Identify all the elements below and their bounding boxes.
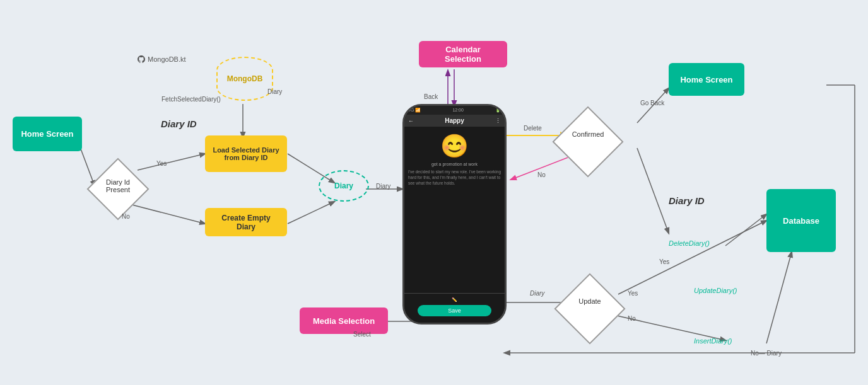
phone-content: 😊 got a promotion at work I've decided t…	[404, 127, 505, 293]
phone-header: ← Happy ⋮	[404, 115, 505, 127]
no2-label: No	[537, 171, 546, 178]
fetch-selected-diary-label: FetchSelectedDiary()	[161, 96, 221, 103]
phone-footer: ✏️ Save	[404, 293, 505, 323]
no-diary-label: No— Diary	[751, 350, 782, 357]
media-selection-node: Media Selection	[300, 307, 388, 334]
diary-id-label-right: Diary ID	[669, 195, 705, 206]
svg-line-5	[288, 202, 334, 224]
calendar-selection-node: Calendar Selection	[419, 41, 507, 67]
select-label: Select	[353, 331, 371, 338]
home-screen-right-node: Home Screen	[669, 63, 744, 96]
create-empty-diary-node: Create Empty Diary	[205, 208, 287, 236]
svg-line-18	[766, 252, 792, 343]
mongodb-kt-label: MongoDB.kt	[138, 55, 186, 63]
svg-line-15	[725, 214, 766, 246]
flow-diagram: MongoDB.kt MongoDB Home Screen Diary Id …	[0, 0, 868, 385]
update-container: Update	[565, 284, 615, 334]
diary-id-present-container: Diary Id Present	[96, 167, 140, 211]
load-selected-diary-node: Load Selected Diary from Diary ID	[205, 135, 287, 172]
back-label: Back	[424, 93, 438, 100]
update-diary-label: UpdateDiary()	[694, 287, 737, 294]
database-node: Database	[766, 189, 836, 252]
yes1-label: Yes	[156, 160, 167, 167]
home-screen-left-node: Home Screen	[13, 117, 82, 151]
phone-mockup: 4G 📶12:00🔋 ← Happy ⋮ 😊 got a promotion a…	[402, 104, 507, 325]
diary1-label: Diary	[267, 88, 282, 95]
no3-label: No	[628, 315, 636, 322]
go-back-label: Go Back	[640, 100, 664, 106]
diary-update-label: Diary	[530, 290, 544, 297]
yes2-label: Yes	[659, 258, 669, 265]
diary2-label: Diary	[376, 183, 390, 190]
delete-diary-label: DeleteDiary()	[669, 239, 710, 247]
no1-label: No	[122, 213, 130, 220]
svg-line-17	[606, 313, 725, 340]
confirmed-label: Confirmed	[566, 130, 610, 138]
diary-oval-node: Diary	[319, 170, 369, 202]
diary-id-present-label: Diary Id Present	[97, 178, 139, 193]
confirmed-container: Confirmed	[563, 117, 613, 167]
svg-line-16	[618, 221, 766, 294]
svg-line-1	[138, 154, 205, 170]
update-diamond	[554, 273, 625, 344]
update-label: Update	[571, 297, 609, 305]
diary-id-label-left: Diary ID	[161, 118, 197, 129]
insert-diary-label: InsertDiary()	[694, 337, 732, 345]
phone-emoji: 😊	[408, 133, 501, 159]
confirmed-diamond	[552, 106, 623, 177]
phone-topbar: 4G 📶12:00🔋	[404, 106, 505, 115]
svg-line-14	[637, 148, 669, 233]
delete-label: Delete	[524, 125, 542, 132]
mongodb-node: MongoDB	[216, 57, 273, 101]
phone-save-button[interactable]: Save	[418, 305, 492, 316]
yes3-label: Yes	[628, 290, 638, 297]
